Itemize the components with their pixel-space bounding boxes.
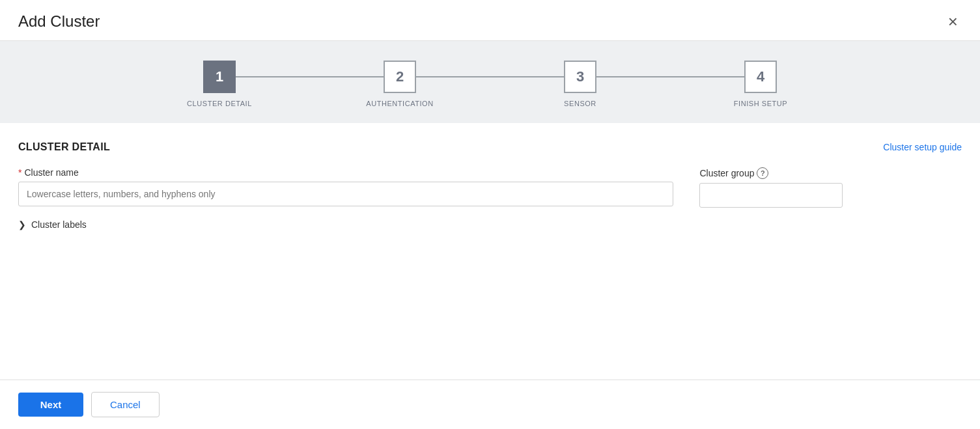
- step-3-label: SENSOR: [564, 100, 596, 107]
- step-2: 2 AUTHENTICATION: [310, 61, 490, 107]
- section-title: CLUSTER DETAIL: [18, 141, 110, 153]
- step-1-number: 1: [216, 68, 223, 85]
- step-3: 3 SENSOR: [490, 61, 671, 107]
- step-1-label: CLUSTER DETAIL: [187, 100, 252, 107]
- step-4-number: 4: [757, 68, 764, 85]
- step-3-number: 3: [576, 68, 584, 85]
- content-area: CLUSTER DETAIL Cluster setup guide * Clu…: [0, 123, 980, 361]
- step-4: 4 FINISH SETUP: [671, 61, 851, 107]
- cluster-name-input[interactable]: [18, 182, 673, 206]
- step-2-box[interactable]: 2: [384, 61, 416, 93]
- footer: Next Cancel: [0, 380, 980, 429]
- stepper-area: 1 CLUSTER DETAIL 2 AUTHENTICATION 3 SENS…: [0, 41, 980, 123]
- add-cluster-dialog: Add Cluster × 1 CLUSTER DETAIL 2 AUTHENT…: [0, 0, 980, 429]
- cluster-group-label: Cluster group ?: [699, 167, 962, 179]
- cluster-labels-label: Cluster labels: [31, 219, 87, 230]
- step-2-label: AUTHENTICATION: [366, 100, 433, 107]
- setup-guide-link[interactable]: Cluster setup guide: [883, 142, 962, 152]
- step-4-label: FINISH SETUP: [734, 100, 787, 107]
- stepper: 1 CLUSTER DETAIL 2 AUTHENTICATION 3 SENS…: [130, 61, 851, 107]
- required-star: *: [18, 167, 21, 178]
- step-2-number: 2: [396, 68, 404, 85]
- cluster-name-label: * Cluster name: [18, 167, 673, 178]
- step-3-box[interactable]: 3: [564, 61, 596, 93]
- cluster-name-field-group: * Cluster name: [18, 167, 673, 206]
- chevron-right-icon: ❯: [18, 219, 26, 230]
- close-button[interactable]: ×: [944, 12, 962, 31]
- cluster-group-field-group: Cluster group ?: [699, 167, 962, 208]
- step-1-box[interactable]: 1: [203, 61, 236, 93]
- step-4-box[interactable]: 4: [744, 61, 777, 93]
- cluster-labels-row[interactable]: ❯ Cluster labels: [18, 219, 962, 230]
- step-1: 1 CLUSTER DETAIL: [130, 61, 310, 107]
- cluster-group-input[interactable]: [699, 183, 843, 208]
- dialog-title: Add Cluster: [18, 12, 100, 31]
- fields-row: * Cluster name Cluster group ?: [18, 167, 962, 208]
- cancel-button[interactable]: Cancel: [91, 392, 160, 417]
- section-header: CLUSTER DETAIL Cluster setup guide: [18, 141, 962, 153]
- dialog-header: Add Cluster ×: [0, 0, 980, 41]
- next-button[interactable]: Next: [18, 393, 83, 417]
- cluster-group-help-icon[interactable]: ?: [757, 167, 768, 179]
